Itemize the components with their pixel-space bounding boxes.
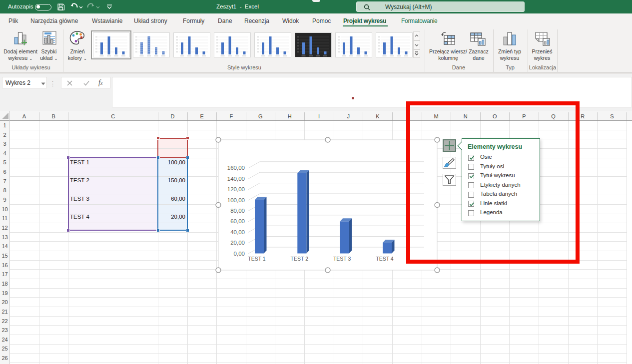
svg-text:120,00: 120,00 [227,186,245,192]
svg-text:TEST 4: TEST 4 [70,214,89,220]
svg-text:2: 2 [3,132,6,138]
svg-text:TEST 3: TEST 3 [70,196,89,202]
svg-text:10: 10 [1,206,7,212]
svg-text:TEST 2: TEST 2 [70,177,89,183]
svg-text:150,00: 150,00 [168,177,185,183]
svg-text:I: I [318,113,320,119]
svg-text:11: 11 [2,215,7,221]
svg-text:21: 21 [1,309,7,315]
svg-text:80,00: 80,00 [230,208,245,214]
svg-text:17: 17 [1,271,7,277]
svg-text:18: 18 [1,281,7,287]
svg-text:G: G [258,113,263,119]
svg-text:J: J [347,113,350,119]
svg-text:25: 25 [1,346,7,352]
svg-text:8: 8 [3,187,6,193]
svg-text:13: 13 [1,234,7,240]
svg-text:12: 12 [1,225,7,231]
svg-text:22: 22 [1,318,7,324]
svg-text:B: B [52,113,55,119]
svg-text:160,00: 160,00 [227,165,245,171]
svg-text:1: 1 [3,122,6,128]
svg-text:3: 3 [3,141,6,147]
svg-text:9: 9 [3,197,6,203]
svg-text:TEST 2: TEST 2 [291,256,309,262]
svg-text:TEST 4: TEST 4 [376,256,394,262]
svg-text:15: 15 [1,253,7,259]
svg-text:20,00: 20,00 [230,240,245,246]
svg-text:100,00: 100,00 [227,197,245,203]
svg-text:60,00: 60,00 [230,218,245,224]
svg-text:60,00: 60,00 [171,196,185,202]
svg-text:TEST 1: TEST 1 [70,159,89,165]
svg-text:24: 24 [1,337,7,343]
svg-text:5: 5 [3,159,6,165]
svg-text:R: R [581,113,585,119]
svg-text:K: K [376,113,380,119]
svg-text:100,00: 100,00 [168,159,185,165]
svg-text:23: 23 [1,327,7,333]
svg-text:20,00: 20,00 [171,214,185,220]
svg-text:40,00: 40,00 [230,229,245,235]
svg-text:26: 26 [1,355,7,361]
svg-text:16: 16 [1,262,7,268]
svg-text:6: 6 [3,169,6,175]
svg-text:TEST 1: TEST 1 [248,256,266,262]
svg-text:7: 7 [3,178,6,184]
svg-text:E: E [200,113,204,119]
svg-text:14: 14 [1,243,7,249]
svg-text:H: H [288,113,292,119]
svg-text:F: F [229,113,233,119]
svg-text:S: S [610,113,614,119]
svg-text:20: 20 [1,299,7,305]
svg-text:A: A [22,113,26,119]
svg-text:D: D [171,113,175,119]
svg-text:0,00: 0,00 [234,251,245,257]
svg-text:C: C [111,113,115,119]
svg-text:140,00: 140,00 [227,176,245,182]
svg-text:TEST 3: TEST 3 [333,256,351,262]
svg-text:4: 4 [3,150,6,156]
svg-text:19: 19 [1,290,7,296]
